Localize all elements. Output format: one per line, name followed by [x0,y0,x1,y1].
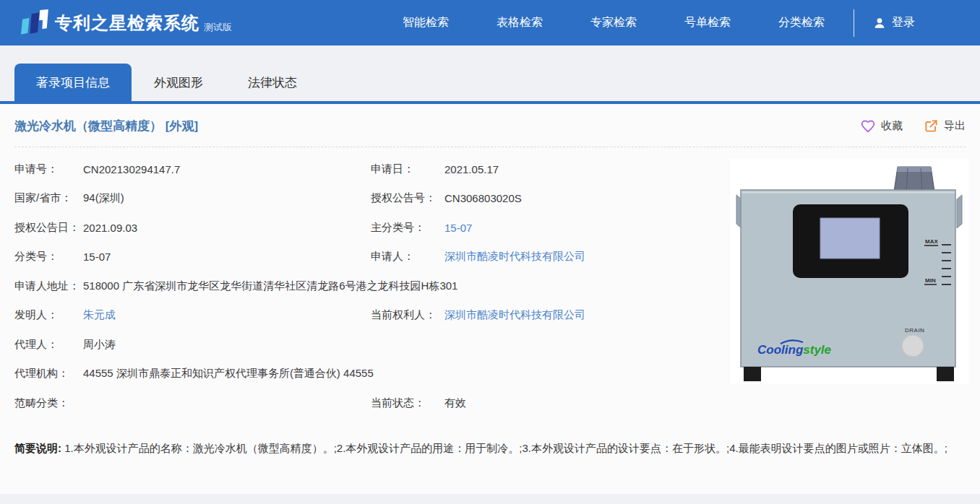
field-label-class-number: 分类号： [14,250,83,264]
field-row: 代理机构： 44555 深圳市鼎泰正和知识产权代理事务所(普通合伙) 44555 [14,360,715,389]
page-title: 激光冷水机（微型高精度） [外观] [14,118,198,134]
field-value-current-status: 有效 [444,396,466,410]
title-actions: 收藏 导出 [839,119,966,134]
field-label-inventor: 发明人： [14,308,83,322]
field-value-class-number: 15-07 [83,251,111,263]
field-value-agent: 周小涛 [83,338,116,352]
field-label-agency: 代理机构： [14,367,83,381]
field-label-current-assignee: 当前权利人： [371,308,444,322]
tab-bibliographic-info[interactable]: 著录项目信息 [14,64,132,101]
field-row: 国家/省市： 94(深圳) 授权公告号： CN306803020S [14,184,715,214]
brief-label: 简要说明: [14,442,61,454]
field-label-grant-date: 授权公告日： [14,221,83,235]
content-panel: 激光冷水机（微型高精度） [外观] 收藏 导出 申请号： C [0,104,980,494]
title-row: 激光冷水机（微型高精度） [外观] 收藏 导出 [14,104,966,147]
field-label-grant-number: 授权公告号： [371,191,444,205]
tab-legal-status[interactable]: 法律状态 [225,64,319,101]
user-icon [873,17,886,30]
field-label-country-province: 国家/省市： [14,191,83,205]
brand[interactable]: 专利之星检索系统 测试版 [20,9,232,38]
field-value-country-province: 94(深圳) [83,191,124,205]
field-value-applicant-link[interactable]: 深圳市酷凌时代科技有限公司 [444,250,585,264]
field-value-agency: 44555 深圳市鼎泰正和知识产权代理事务所(普通合伙) 44555 [83,367,374,381]
patent-drawing-image: MAX MIN DRAIN Coolingstyle [730,159,968,384]
brief-description: 简要说明: 1.本外观设计产品的名称：激光冷水机（微型高精度）。;2.本外观设计… [14,437,966,459]
field-row: 分类号： 15-07 申请人： 深圳市酷凌时代科技有限公司 [14,243,715,272]
coolingstyle-logo: Coolingstyle [757,343,831,357]
nav-item-expert-search[interactable]: 专家检索 [590,15,637,30]
export-icon [924,119,938,133]
login-button[interactable]: 登录 [873,15,915,30]
field-row: 代理人： 周小涛 [14,330,715,360]
field-label-application-number: 申请号： [14,162,83,176]
nav-item-table-search[interactable]: 表格检索 [497,15,543,30]
brief-text: 1.本外观设计产品的名称：激光冷水机（微型高精度）。;2.本外观设计产品的用途：… [64,442,947,454]
nav-item-smart-search[interactable]: 智能检索 [403,15,449,30]
export-label: 导出 [944,119,966,133]
nav-divider [854,9,854,37]
field-label-application-date: 申请日： [371,162,444,176]
heart-icon [861,119,875,134]
field-value-application-date: 2021.05.17 [444,163,499,175]
gauge-max-label: MAX [925,238,938,245]
gauge-min-label: MIN [925,277,936,284]
field-value-application-number: CN202130294147.7 [83,163,180,175]
nav-item-number-search[interactable]: 号单检索 [684,15,731,30]
field-label-current-status: 当前状态： [371,396,444,410]
field-value-current-assignee-link[interactable]: 深圳市酷凌时代科技有限公司 [444,308,585,322]
field-value-grant-date: 2021.09.03 [83,222,137,234]
favorite-button[interactable]: 收藏 [861,119,903,134]
top-header: 专利之星检索系统 测试版 智能检索 表格检索 专家检索 号单检索 分类检索 登录 [0,0,980,45]
field-label-agent: 代理人： [14,338,83,352]
main-nav: 智能检索 表格检索 专家检索 号单检索 分类检索 登录 [355,9,915,37]
login-label: 登录 [892,15,915,30]
field-label-applicant: 申请人： [371,250,444,264]
patent-star-logo-icon [20,9,52,38]
favorite-label: 收藏 [881,119,903,133]
logo-style-text: style [803,343,831,357]
field-label-applicant-address: 申请人地址： [14,279,83,293]
field-row: 授权公告日： 2021.09.03 主分类号： 15-07 [14,213,715,243]
field-row: 申请号： CN202130294147.7 申请日： 2021.05.17 [14,155,715,184]
field-row: 范畴分类： 当前状态： 有效 [14,388,715,418]
drain-label: DRAIN [905,327,924,334]
field-value-main-class-link[interactable]: 15-07 [444,222,472,234]
brand-badge: 测试版 [204,21,232,38]
field-value-inventor-link[interactable]: 朱元成 [83,308,116,322]
brand-name: 专利之星检索系统 [55,12,199,35]
field-label-category: 范畴分类： [14,396,83,410]
logo-cooling-text: Cooling [757,343,804,357]
tab-design-figures[interactable]: 外观图形 [132,64,225,101]
nav-item-class-search[interactable]: 分类检索 [778,15,825,30]
field-list: 申请号： CN202130294147.7 申请日： 2021.05.17 国家… [0,147,730,418]
field-row: 发明人： 朱元成 当前权利人： 深圳市酷凌时代科技有限公司 [14,301,715,331]
export-button[interactable]: 导出 [924,119,966,133]
field-row: 申请人地址： 518000 广东省深圳市龙华区龙华街道清华社区清龙路6号港之龙科… [14,271,715,301]
field-value-grant-number: CN306803020S [444,192,522,204]
tab-bar: 著录项目信息 外观图形 法律状态 [0,45,980,104]
field-value-applicant-address: 518000 广东省深圳市龙华区龙华街道清华社区清龙路6号港之龙科技园H栋301 [83,279,457,293]
field-label-main-class: 主分类号： [371,221,444,235]
